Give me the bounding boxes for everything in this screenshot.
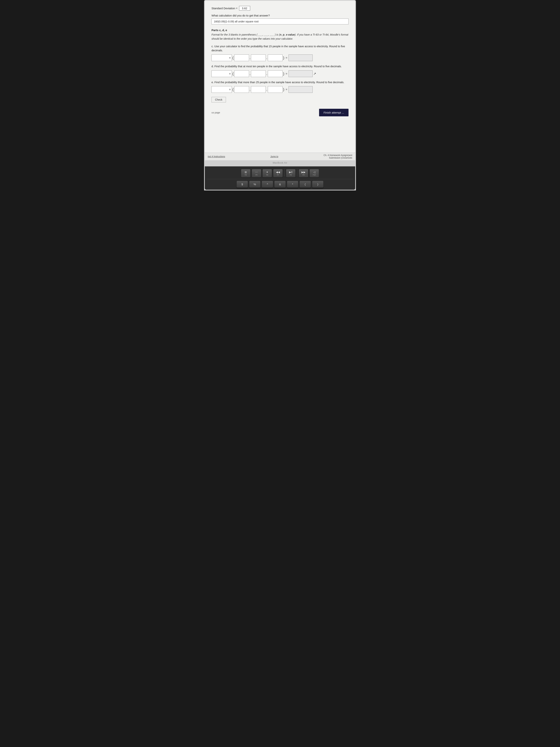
part-d-select[interactable]: binompdf binomcdf — [212, 70, 232, 77]
close-paren-key[interactable]: ) — [312, 181, 323, 188]
finish-attempt-button[interactable]: Finish attempt ... — [319, 109, 348, 117]
part-c-equals: = — [285, 56, 288, 59]
keyboard-divider — [207, 179, 353, 179]
part-d-result[interactable] — [289, 70, 313, 77]
instructions-link[interactable]: inct 4 Instructions — [208, 155, 225, 158]
asterisk-symbol: * — [292, 183, 293, 186]
us-page-label: us page — [212, 111, 220, 114]
part-c-result[interactable] — [289, 54, 313, 61]
f7-icon: ◀◀ — [276, 171, 280, 174]
ch4-info: Ch. 4 Homework Assignment Submission (Cl… — [323, 154, 352, 159]
dollar-symbol: $ — [241, 183, 243, 186]
parts-heading: Parts c, d, e — [212, 28, 348, 32]
bottom-bar: us page Finish attempt ... — [212, 107, 348, 117]
f6-icon: ✦ — [266, 171, 268, 174]
part-c-label: c. Use your calculator to find the proba… — [212, 45, 348, 53]
f7-label: F7 — [277, 174, 279, 176]
f8-icon: ▶II — [289, 171, 293, 174]
submission-label: Submission (CloseGolo — [323, 157, 352, 159]
f5-label: F5 — [256, 174, 258, 176]
part-c-paren-close: ) — [283, 56, 285, 60]
keyboard-separator — [284, 169, 285, 176]
f10-key[interactable]: ◁ F10 — [310, 169, 319, 178]
calc-question-label: What calculation did you do to get that … — [212, 14, 348, 17]
part-e-select[interactable]: binompdf binomcdf — [212, 86, 232, 93]
caret-symbol: ^ — [267, 183, 268, 186]
caret-key[interactable]: ^ — [262, 181, 273, 188]
macbook-label: MacBook Air — [205, 160, 355, 166]
f7-key[interactable]: ◀◀ F7 — [273, 169, 283, 178]
part-d-cursor: ↗ — [313, 72, 316, 76]
f9-label: F9 — [302, 174, 304, 176]
part-c-field1[interactable] — [234, 54, 249, 61]
std-dev-value: 3.62 — [239, 6, 250, 10]
f9-key[interactable]: ▶▶ F9 — [299, 169, 308, 178]
keyboard-area: ⊞ F4 ⋯ F5 ✦ F6 ◀◀ F7 ▶II F8 ▶▶ — [205, 166, 355, 190]
f4-icon: ⊞ — [245, 171, 247, 174]
percent-key[interactable]: % — [249, 181, 261, 188]
open-paren-key[interactable]: ( — [299, 181, 311, 188]
f9-icon: ▶▶ — [301, 171, 305, 174]
part-e-field1[interactable] — [234, 86, 249, 93]
part-e-input-row: binompdf binomcdf ⬍ ( , , ) = — [212, 86, 348, 93]
content-area: Standard Deviation = 3.62 What calculati… — [205, 1, 355, 153]
part-c-field3[interactable] — [268, 54, 283, 61]
dollar-key[interactable]: $ — [237, 181, 248, 188]
ch4-label: Ch. 4 Homework Assignment — [323, 154, 352, 157]
part-d-select-wrapper[interactable]: binompdf binomcdf ⬍ — [212, 70, 232, 77]
f8-label: F8 — [290, 174, 292, 176]
part-d-input-row: binompdf binomcdf ⬍ ( , , ) = ↗ — [212, 70, 348, 77]
part-d-comma2: , — [266, 72, 267, 75]
part-c-paren-open: ( — [232, 56, 234, 60]
f4-label: F4 — [245, 174, 247, 176]
part-c-comma2: , — [266, 56, 267, 59]
part-e-comma2: , — [266, 88, 267, 91]
part-e-field3[interactable] — [268, 86, 283, 93]
jump-to-link[interactable]: Jump to — [270, 155, 278, 158]
blank-3: ___ — [270, 33, 274, 36]
f6-label: F6 — [266, 174, 268, 176]
part-c-field2[interactable] — [251, 54, 266, 61]
part-e-comma1: , — [249, 88, 250, 91]
part-e-equals: = — [285, 88, 288, 91]
part-d-comma1: , — [249, 72, 250, 75]
f8-key[interactable]: ▶II F8 — [286, 169, 296, 178]
ampersand-symbol: & — [279, 183, 281, 186]
part-d-paren-close: ) — [283, 72, 285, 76]
part-c-select-wrapper[interactable]: binompdf binomcdf ⬍ — [212, 54, 232, 61]
blank-2: ___, — [264, 33, 270, 36]
blank-1: ___, — [258, 33, 264, 36]
part-e-result[interactable] — [289, 86, 313, 93]
part-d-equals: = — [285, 72, 288, 75]
f6-key[interactable]: ✦ F6 — [262, 169, 272, 178]
f5-key[interactable]: ⋯ F5 — [252, 169, 261, 178]
part-c-select[interactable]: binompdf binomcdf — [212, 54, 232, 61]
nav-bar: inct 4 Instructions Jump to Ch. 4 Homewo… — [205, 153, 355, 160]
part-d-field1[interactable] — [234, 70, 249, 77]
asterisk-key[interactable]: * — [287, 181, 298, 188]
percent-symbol: % — [254, 183, 256, 186]
part-e-field2[interactable] — [251, 86, 266, 93]
check-button[interactable]: Check — [212, 97, 226, 102]
close-paren-symbol: ) — [317, 183, 318, 186]
keyboard-separator2 — [297, 169, 297, 176]
std-dev-label: Standard Deviation = — [212, 7, 238, 10]
part-d-label: d. Find the probability that at most ten… — [212, 65, 348, 69]
function-key-row: ⊞ F4 ⋯ F5 ✦ F6 ◀◀ F7 ▶II F8 ▶▶ — [207, 169, 353, 178]
f4-key[interactable]: ⊞ F4 — [241, 169, 250, 178]
f10-label: F10 — [313, 174, 316, 176]
part-d-field2[interactable] — [251, 70, 266, 77]
part-e-label: e. Find the probability that more than 2… — [212, 80, 348, 84]
std-dev-row: Standard Deviation = 3.62 — [212, 6, 348, 10]
parts-instructions: Format for the 3 blanks in parentheses (… — [212, 33, 348, 41]
bottom-keys-row: $ % ^ & * ( ) — [207, 181, 353, 188]
part-e-select-wrapper[interactable]: binompdf binomcdf ⬍ — [212, 86, 232, 93]
part-d-field3[interactable] — [268, 70, 283, 77]
ampersand-key[interactable]: & — [274, 181, 286, 188]
f5-icon: ⋯ — [255, 171, 258, 174]
part-c-input-row: binompdf binomcdf ⬍ ( , , ) = — [212, 54, 348, 61]
part-c-comma1: , — [249, 56, 250, 59]
part-d-paren-open: ( — [232, 72, 234, 76]
open-paren-symbol: ( — [305, 183, 306, 186]
calc-answer-display: 160(0.09)(1-0.09) all under square root — [212, 19, 348, 24]
